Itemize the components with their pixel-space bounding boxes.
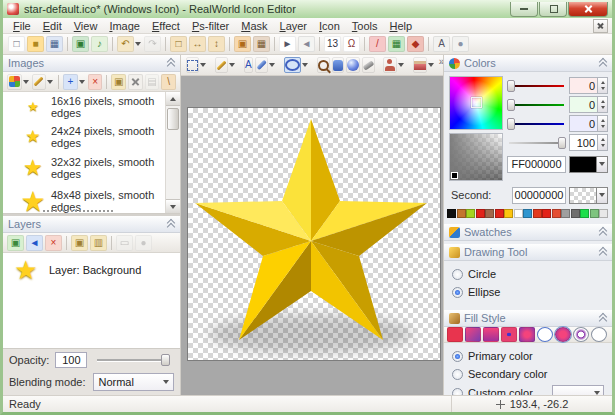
menu-item-image[interactable]: Image [103,19,146,33]
spinner-arrows[interactable] [597,116,607,131]
fill-radial-dot-button[interactable] [501,327,517,342]
custom-color-select[interactable] [552,385,604,395]
blending-mode-select[interactable]: Normal [93,373,174,391]
dropdown-caret-icon[interactable] [79,80,85,84]
wizard-button[interactable]: ▣ [72,36,89,52]
undo-button[interactable]: ↶ [117,36,134,52]
menu-item-layer[interactable]: Layer [274,19,314,33]
copy-button[interactable]: ▣ [111,74,126,90]
text-test-button[interactable]: A [433,36,450,52]
blue-value-spinbox[interactable]: 0 [569,115,608,132]
second-hex-input[interactable]: 00000000 [512,187,566,204]
fill-gradient-linear-button[interactable] [465,327,481,342]
title-bar[interactable]: star-default.ico* (Windows Icon) - RealW… [3,0,612,18]
images-panel-header[interactable]: Images [3,55,180,72]
image-list-item[interactable]: ★16x16 pixels, smooth edges [3,92,180,121]
fill-ellipse-gradient-button[interactable] [555,327,571,342]
new-layer-button[interactable]: ▣ [7,235,24,251]
color-swatch[interactable] [466,209,475,218]
minimize-button[interactable] [510,2,538,17]
expand-chevron-icon[interactable] [599,228,607,237]
blue-slider[interactable] [507,118,566,130]
color-swatch[interactable] [590,209,599,218]
primary-hex-input[interactable]: FF000000 [507,156,566,173]
fill-tool-button[interactable] [413,57,427,73]
color-swatch[interactable] [580,209,589,218]
fill-style-panel-header[interactable]: Fill Style [444,310,612,327]
fill-ellipse-outline-button[interactable] [537,327,553,342]
green-value-spinbox[interactable]: 0 [569,96,608,113]
dropdown-caret-icon[interactable] [135,42,141,46]
color-swatch[interactable] [552,209,561,218]
collapse-chevron-icon[interactable] [599,248,607,257]
copy-layer-button[interactable]: ▣ [71,235,88,251]
color-swatch[interactable] [523,209,532,218]
radio-primary-color[interactable]: Primary color [444,347,612,365]
radio-circle[interactable]: Circle [444,265,612,283]
green-slider-handle[interactable] [507,99,515,111]
spinner-arrows[interactable] [597,135,607,150]
fill-radial-button[interactable] [519,327,535,342]
menu-item-edit[interactable]: Edit [37,19,68,33]
collapse-chevron-icon[interactable] [599,59,607,68]
dropdown-icon[interactable] [596,188,607,203]
zoom-tool-button[interactable] [317,57,330,73]
dropdown-caret-icon[interactable] [428,63,434,67]
menu-item-effect[interactable]: Effect [146,19,186,33]
import-layer-button[interactable]: ◄ [26,235,43,251]
colors-button[interactable]: ▦ [253,36,270,52]
color-swatch[interactable] [561,209,570,218]
image-list-item[interactable]: ★24x24 pixels, smooth edges [3,121,180,152]
drawing-tool-panel-header[interactable]: Drawing Tool [444,244,612,261]
cut-button[interactable] [128,74,143,90]
alpha-value-spinbox[interactable]: 100 [569,134,608,151]
close-document-button[interactable] [593,19,608,33]
dropdown-caret-icon[interactable] [398,63,404,67]
red-value[interactable]: 0 [570,80,597,92]
menu-item-tools[interactable]: Tools [346,19,384,33]
open-button[interactable]: ■ [27,36,44,52]
primary-color-swatch[interactable] [569,156,608,173]
menu-item-ps-filter[interactable]: Ps-filter [186,19,235,33]
sphere-tool-button[interactable] [346,57,360,73]
collapse-chevron-icon[interactable] [167,220,175,229]
swatches-panel-header[interactable]: Swatches [444,224,612,241]
windows-format-button[interactable] [7,74,22,90]
airbrush-tool-button[interactable] [362,57,375,73]
image-list-item[interactable]: ★32x32 pixels, smooth edges [3,152,180,184]
pen-button[interactable]: / [369,36,386,52]
menu-item-mask[interactable]: Mask [235,19,273,33]
dropdown-caret-icon[interactable] [269,63,275,67]
second-color-swatch[interactable] [569,187,608,204]
blue-value[interactable]: 0 [570,118,597,130]
brush-tool-button[interactable] [255,57,268,73]
green-slider[interactable] [507,99,566,111]
table-button[interactable]: ▦ [388,36,405,52]
color-swatch[interactable] [485,209,494,218]
radio-icon[interactable] [452,287,463,298]
add-image-button[interactable]: + [63,74,78,90]
layers-button[interactable]: ▣ [234,36,251,52]
format-omega-button[interactable]: Ω [343,36,360,52]
alpha-slider-handle[interactable] [558,137,566,149]
crop-button[interactable]: □ [170,36,187,52]
alpha-value[interactable]: 100 [570,137,597,149]
dropdown-icon[interactable] [596,157,607,172]
opacity-slider[interactable] [97,353,170,367]
fill-ellipse-empty-button[interactable] [591,327,607,342]
radio-icon[interactable] [452,269,463,280]
select-tool-button[interactable] [186,57,199,73]
layer-row-background[interactable]: ★ Layer: Background [3,253,180,287]
radio-secondary-color[interactable]: Secondary color [444,365,612,383]
text-tool-button[interactable]: A [244,57,253,73]
radio-icon[interactable] [452,351,463,362]
menu-item-view[interactable]: View [68,19,104,33]
shield-button[interactable]: ◆ [407,36,424,52]
menu-item-file[interactable]: File [7,19,37,33]
person-tool-button[interactable] [383,57,397,73]
ellipse-tool-button[interactable] [284,57,301,73]
color-swatch[interactable] [571,209,580,218]
color-swatch[interactable] [447,209,456,218]
radio-custom-color[interactable]: Custom color [444,383,612,395]
dropdown-caret-icon[interactable] [229,63,235,67]
